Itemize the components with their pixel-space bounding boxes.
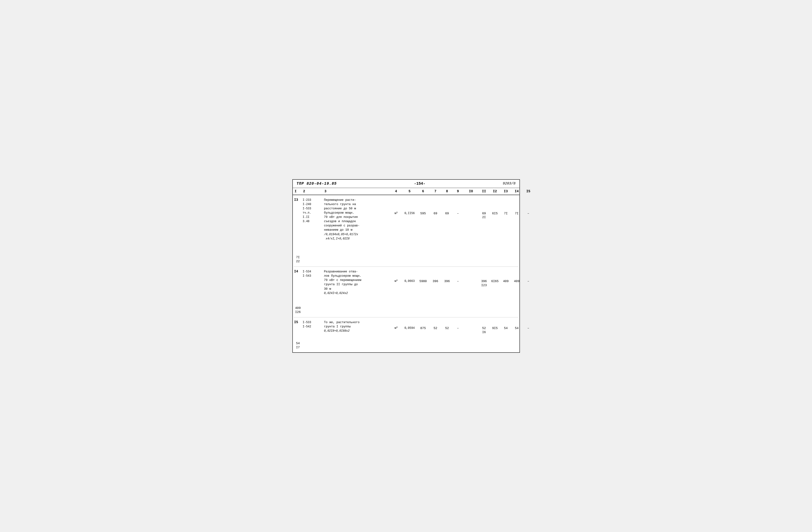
col-header-10: IO [464, 189, 479, 194]
col-header-7: 7 [429, 189, 442, 194]
col14-i5: – [522, 320, 535, 335]
col-header-1: I [294, 189, 302, 194]
col5-i4: 5980 [417, 269, 429, 296]
column-headers: I 2 3 4 5 6 7 8 9 IO II I2 I3 I4 I5 [293, 188, 520, 195]
col-header-2: 2 [302, 189, 324, 194]
col14-i3: – [522, 198, 535, 242]
col5-i3: 595 [417, 198, 429, 242]
col4-i3: 0,II56 [402, 198, 417, 242]
unit-i4: м3 [390, 269, 402, 296]
col-header-15: I5 [522, 189, 535, 194]
col9-i4 [464, 269, 479, 296]
header-page-num: 9203/8 [503, 182, 516, 186]
col-header-8: 8 [442, 189, 453, 194]
col12-i4: 409 [501, 269, 511, 296]
table-row: I4 I-534I-543 Разравнивание отва- лов бу… [294, 267, 519, 317]
col7-i4: 396 [442, 269, 453, 296]
col7-i3: 69 [442, 198, 453, 242]
col15-i4: 409I26 [294, 296, 302, 315]
col8-i3: – [453, 198, 464, 242]
page-container: ТПР 820-04-19.85 -154- 9203/8 I 2 3 4 5 … [292, 179, 520, 353]
unit-i3: м3 [390, 198, 402, 242]
col-header-5: 5 [402, 189, 417, 194]
table-row: I5 I-533I-542 То же, растительного грунт… [294, 317, 519, 353]
col8-i4: – [453, 269, 464, 296]
col13-i3: 7I [511, 198, 522, 242]
col-header-6: 6 [417, 189, 429, 194]
col6-i3: 69 [429, 198, 442, 242]
codes-i4: I-534I-543 [302, 269, 324, 296]
desc-i4: Разравнивание отва- лов бульдозером мощн… [324, 269, 390, 296]
header-row: ТПР 820-04-19.85 -154- 9203/8 [293, 180, 520, 188]
col11-i4: 6I65 [490, 269, 501, 296]
col12-i3: 7I [501, 198, 511, 242]
col13-i4: 409 [511, 269, 522, 296]
desc-i5: То же, растительного грунта I группы 0,0… [324, 320, 390, 335]
col8-i5: – [453, 320, 464, 335]
col-header-14: I4 [511, 189, 522, 194]
col14-i4: – [522, 269, 535, 296]
col11-i3: 6I5 [490, 198, 501, 242]
col6-i5: 52 [429, 320, 442, 335]
col7-i5: 52 [442, 320, 453, 335]
col4-i4: 0,0663 [402, 269, 417, 296]
col5-i5: 875 [417, 320, 429, 335]
header-title: ТПР 820-04-19.85 [296, 182, 337, 186]
col15-i5: 54I7 [294, 335, 302, 350]
row-num-i3: I3 [294, 198, 302, 242]
col-header-4: 4 [390, 189, 402, 194]
col4-i5: 0,0594 [402, 320, 417, 335]
col13-i5: 54 [511, 320, 522, 335]
desc-i3: Перемещение расти- тельного грунта на ра… [324, 198, 390, 242]
table-row: I3 I-233I-240I-533тч.п.I.II3.48 Перемеще… [294, 195, 519, 267]
col9-i3 [464, 198, 479, 242]
header-center: -154- [414, 182, 425, 186]
unit-i5: м3 [390, 320, 402, 335]
col12-i5: 54 [501, 320, 511, 335]
col9-i5 [464, 320, 479, 335]
row-num-i5: I5 [294, 320, 302, 335]
col11-i5: 9I5 [490, 320, 501, 335]
row-num-i4: I4 [294, 269, 302, 296]
col6-i4: 396 [429, 269, 442, 296]
codes-i3: I-233I-240I-533тч.п.I.II3.48 [302, 198, 324, 242]
col15-i3: 7I22 [294, 241, 302, 264]
col-header-9: 9 [453, 189, 464, 194]
col-header-12: I2 [490, 189, 501, 194]
col10-i3: 692I [479, 198, 490, 242]
table-body: I3 I-233I-240I-533тч.п.I.II3.48 Перемеще… [293, 195, 520, 353]
col10-i5: 52I6 [479, 320, 490, 335]
col-header-3: 3 [324, 189, 390, 194]
col10-i4: 396I23 [479, 269, 490, 296]
col-header-13: I3 [501, 189, 511, 194]
col-header-11: II [479, 189, 490, 194]
codes-i5: I-533I-542 [302, 320, 324, 335]
